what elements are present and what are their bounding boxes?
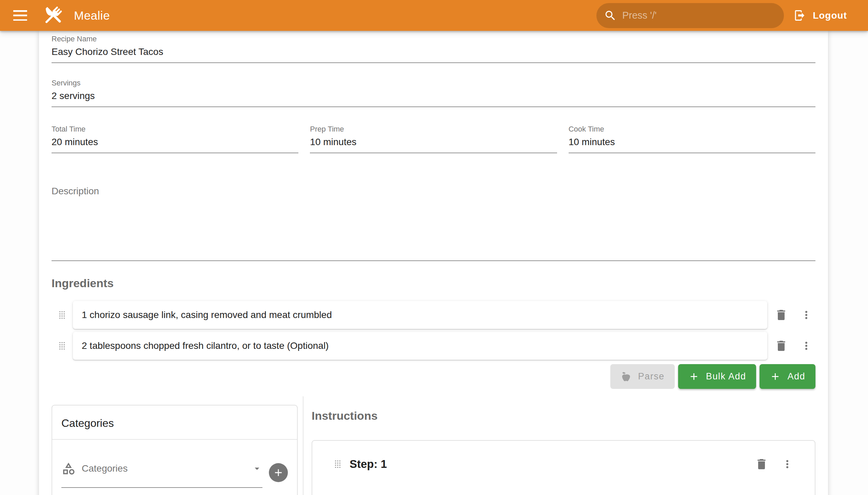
- prep-time-field: Prep Time: [310, 125, 557, 153]
- recipe-name-input[interactable]: [52, 44, 815, 63]
- total-time-label: Total Time: [52, 125, 299, 134]
- cook-time-label: Cook Time: [568, 125, 815, 134]
- drag-handle-icon[interactable]: [56, 339, 68, 352]
- bulk-add-label: Bulk Add: [706, 371, 746, 382]
- step-menu-button[interactable]: [779, 456, 796, 473]
- cook-time-field: Cook Time: [568, 125, 815, 153]
- servings-field: Servings: [52, 79, 815, 107]
- instructions-heading: Instructions: [311, 409, 815, 423]
- kebab-menu-icon: [800, 309, 812, 321]
- ingredient-input[interactable]: [81, 309, 759, 321]
- shapes-icon: [62, 461, 75, 476]
- recipe-name-label: Recipe Name: [52, 35, 815, 44]
- plus-icon: [770, 371, 781, 382]
- chevron-down-icon: [252, 463, 262, 474]
- plus-icon: [688, 371, 699, 382]
- description-field[interactable]: Description: [52, 186, 815, 261]
- categories-select[interactable]: Categories: [62, 461, 262, 488]
- servings-input[interactable]: [52, 87, 815, 107]
- trash-icon: [775, 339, 788, 353]
- app-header: Mealie Logout: [0, 0, 868, 31]
- search-icon: [604, 9, 617, 22]
- categories-card: Categories Categories: [52, 405, 298, 495]
- ingredient-menu-button[interactable]: [798, 337, 815, 354]
- description-textarea[interactable]: [52, 197, 815, 261]
- logout-icon: [794, 9, 806, 22]
- recipe-name-field: Recipe Name: [52, 31, 815, 63]
- delete-ingredient-button[interactable]: [773, 307, 790, 323]
- ingredient-input-card: [73, 332, 767, 360]
- prep-time-input[interactable]: [310, 134, 557, 153]
- add-label: Add: [787, 371, 805, 382]
- delete-ingredient-button[interactable]: [773, 337, 790, 354]
- parse-button[interactable]: Parse: [610, 364, 675, 389]
- drag-handle-icon[interactable]: [331, 458, 344, 471]
- bulk-add-button[interactable]: Bulk Add: [678, 364, 756, 389]
- plus-icon: [273, 467, 284, 478]
- servings-label: Servings: [52, 79, 815, 87]
- add-ingredient-button[interactable]: Add: [760, 364, 815, 389]
- ingredient-menu-button[interactable]: [798, 307, 815, 323]
- app-title: Mealie: [74, 9, 110, 22]
- kebab-menu-icon: [800, 340, 812, 352]
- categories-card-title: Categories: [52, 406, 297, 439]
- drag-handle-icon[interactable]: [56, 309, 68, 321]
- ingredient-input-card: [73, 301, 767, 329]
- delete-step-button[interactable]: [753, 456, 770, 473]
- ingredient-row: [52, 332, 815, 360]
- add-category-button[interactable]: [269, 463, 288, 482]
- search-input[interactable]: [622, 10, 777, 21]
- ingredient-input[interactable]: [81, 340, 759, 352]
- search-bar[interactable]: [596, 3, 784, 28]
- step-title: Step: 1: [350, 458, 387, 471]
- apple-icon: [620, 371, 632, 382]
- kebab-menu-icon: [781, 458, 794, 470]
- mealie-logo-icon: [41, 4, 64, 27]
- categories-select-label: Categories: [82, 463, 127, 474]
- menu-icon[interactable]: [13, 10, 27, 21]
- instruction-step-card: Step: 1 Combine crumbled chorizo and chi…: [311, 440, 815, 495]
- ingredient-row: [52, 301, 815, 329]
- total-time-field: Total Time: [52, 125, 299, 153]
- description-label: Description: [52, 186, 815, 197]
- divider: [52, 439, 297, 440]
- trash-icon: [755, 457, 768, 471]
- ingredients-heading: Ingredients: [52, 277, 815, 290]
- logout-label: Logout: [813, 10, 847, 21]
- total-time-input[interactable]: [52, 134, 299, 153]
- recipe-editor-card: Recipe Name Servings Total Time Prep Tim…: [39, 31, 828, 495]
- parse-label: Parse: [638, 371, 665, 382]
- prep-time-label: Prep Time: [310, 125, 557, 134]
- cook-time-input[interactable]: [568, 134, 815, 153]
- trash-icon: [775, 308, 788, 322]
- logout-button[interactable]: Logout: [794, 9, 847, 22]
